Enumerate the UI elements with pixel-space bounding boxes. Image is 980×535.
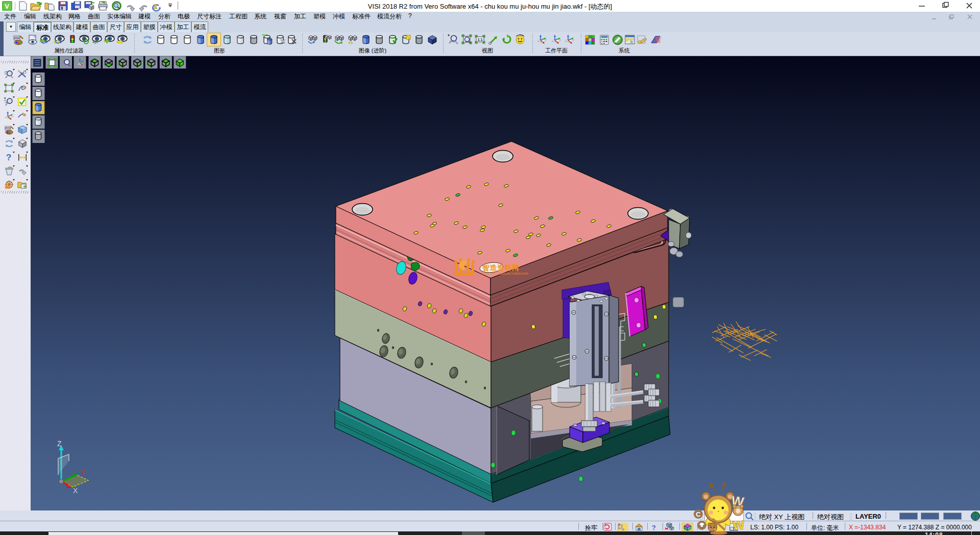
svg-text:1:1: 1:1	[477, 38, 482, 41]
svg-text:?: ?	[6, 152, 12, 162]
svg-text:+/-: +/-	[348, 40, 354, 45]
svg-text:+/-: +/-	[92, 40, 98, 45]
